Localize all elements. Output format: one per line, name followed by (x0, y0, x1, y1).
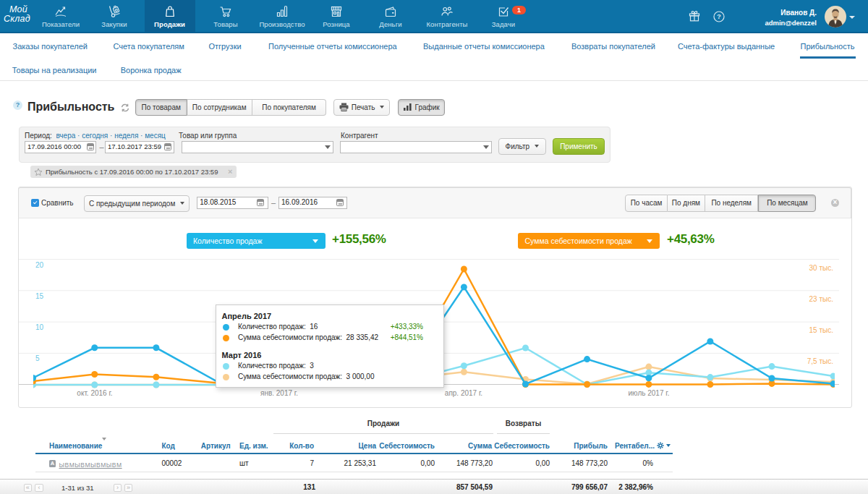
svg-text:?: ? (717, 12, 721, 20)
